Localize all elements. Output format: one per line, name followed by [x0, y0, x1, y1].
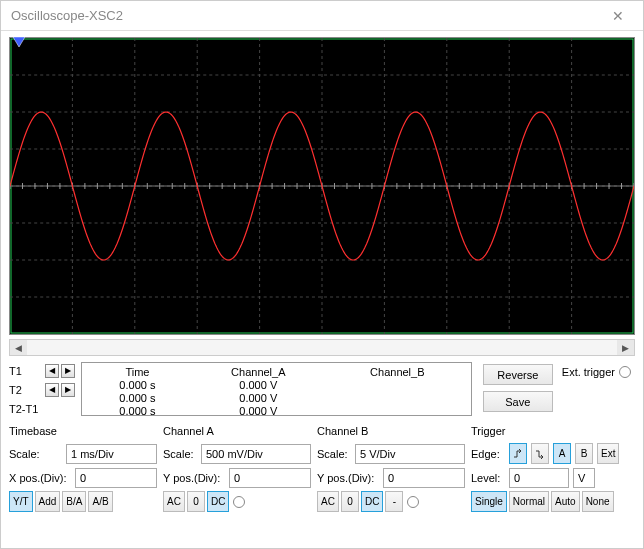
channel-a-panel: Channel A Scale: 500 mV/Div Y pos.(Div):… — [163, 425, 311, 513]
window-title: Oscilloscope-XSC2 — [11, 8, 123, 23]
trig-none-button[interactable]: None — [582, 491, 614, 512]
reverse-button[interactable]: Reverse — [483, 364, 553, 385]
trig-auto-button[interactable]: Auto — [551, 491, 580, 512]
t2-left-button[interactable]: ◀ — [45, 383, 59, 397]
col-chb: Channel_B — [328, 365, 467, 378]
chb-ac-button[interactable]: AC — [317, 491, 339, 512]
cha-scale-input[interactable]: 500 mV/Div — [201, 444, 311, 464]
channel-b-panel: Channel B Scale: 5 V/Div Y pos.(Div): 0 … — [317, 425, 465, 513]
edge-a-button[interactable]: A — [553, 443, 571, 464]
chb-ypos-input[interactable]: 0 — [383, 468, 465, 488]
scroll-right-button[interactable]: ▶ — [617, 340, 634, 355]
chb-probe-radio[interactable] — [407, 496, 419, 508]
table-row: 0.000 s 0.000 V — [86, 378, 467, 391]
ext-trigger-radio[interactable] — [619, 366, 631, 378]
t1-right-button[interactable]: ▶ — [61, 364, 75, 378]
col-time: Time — [86, 365, 189, 378]
chb-title: Channel B — [317, 425, 465, 440]
level-unit-input[interactable]: V — [573, 468, 595, 488]
chb-zero-button[interactable]: 0 — [341, 491, 359, 512]
cha-ac-button[interactable]: AC — [163, 491, 185, 512]
oscilloscope-screen[interactable] — [9, 37, 635, 335]
mode-add-button[interactable]: Add — [35, 491, 61, 512]
scroll-track[interactable] — [27, 340, 617, 355]
t2t1-label: T2-T1 — [9, 403, 43, 415]
cha-title: Channel A — [163, 425, 311, 440]
trigger-panel: Trigger Edge: A B Ext Level: 0 V Single — [471, 425, 626, 513]
save-button[interactable]: Save — [483, 391, 553, 412]
scroll-left-button[interactable]: ◀ — [10, 340, 27, 355]
tb-xpos-input[interactable]: 0 — [75, 468, 157, 488]
t2-label: T2 — [9, 384, 43, 396]
chb-scale-label: Scale: — [317, 448, 351, 460]
chb-ypos-label: Y pos.(Div): — [317, 472, 379, 484]
mode-ba-button[interactable]: B/A — [62, 491, 86, 512]
falling-edge-icon — [535, 449, 545, 459]
chb-scale-input[interactable]: 5 V/Div — [355, 444, 465, 464]
mode-yt-button[interactable]: Y/T — [9, 491, 33, 512]
timebase-title: Timebase — [9, 425, 157, 440]
cursor-controls: T1 ◀ ▶ T2 ◀ ▶ T2-T1 — [9, 362, 75, 417]
trig-single-button[interactable]: Single — [471, 491, 507, 512]
cha-ypos-label: Y pos.(Div): — [163, 472, 225, 484]
cha-zero-button[interactable]: 0 — [187, 491, 205, 512]
t1-label: T1 — [9, 365, 43, 377]
table-row: 0.000 s 0.000 V — [86, 404, 467, 417]
cha-probe-radio[interactable] — [233, 496, 245, 508]
t1-left-button[interactable]: ◀ — [45, 364, 59, 378]
tb-xpos-label: X pos.(Div): — [9, 472, 71, 484]
timebase-panel: Timebase Scale: 1 ms/Div X pos.(Div): 0 … — [9, 425, 157, 513]
col-cha: Channel_A — [189, 365, 328, 378]
t2-right-button[interactable]: ▶ — [61, 383, 75, 397]
cha-scale-label: Scale: — [163, 448, 197, 460]
horizontal-scrollbar[interactable]: ◀ ▶ — [9, 339, 635, 356]
ext-trigger-label: Ext. trigger — [562, 366, 615, 378]
edge-b-button[interactable]: B — [575, 443, 593, 464]
rising-edge-icon — [513, 449, 523, 459]
edge-rising-button[interactable] — [509, 443, 527, 464]
chb-invert-button[interactable]: - — [385, 491, 403, 512]
cha-dc-button[interactable]: DC — [207, 491, 229, 512]
edge-ext-button[interactable]: Ext — [597, 443, 619, 464]
trigger-title: Trigger — [471, 425, 626, 440]
close-button[interactable]: ✕ — [603, 8, 633, 24]
table-row: 0.000 s 0.000 V — [86, 391, 467, 404]
measurement-table: Time Channel_A Channel_B 0.000 s 0.000 V… — [81, 362, 472, 416]
level-input[interactable]: 0 — [509, 468, 569, 488]
svg-marker-0 — [13, 37, 25, 47]
edge-falling-button[interactable] — [531, 443, 549, 464]
tb-scale-label: Scale: — [9, 448, 62, 460]
chb-dc-button[interactable]: DC — [361, 491, 383, 512]
cha-ypos-input[interactable]: 0 — [229, 468, 311, 488]
edge-label: Edge: — [471, 448, 505, 460]
trig-normal-button[interactable]: Normal — [509, 491, 549, 512]
cursor-marker-t1[interactable] — [13, 37, 25, 47]
titlebar: Oscilloscope-XSC2 ✕ — [1, 1, 643, 31]
level-label: Level: — [471, 472, 505, 484]
mode-ab-button[interactable]: A/B — [88, 491, 112, 512]
tb-scale-input[interactable]: 1 ms/Div — [66, 444, 157, 464]
